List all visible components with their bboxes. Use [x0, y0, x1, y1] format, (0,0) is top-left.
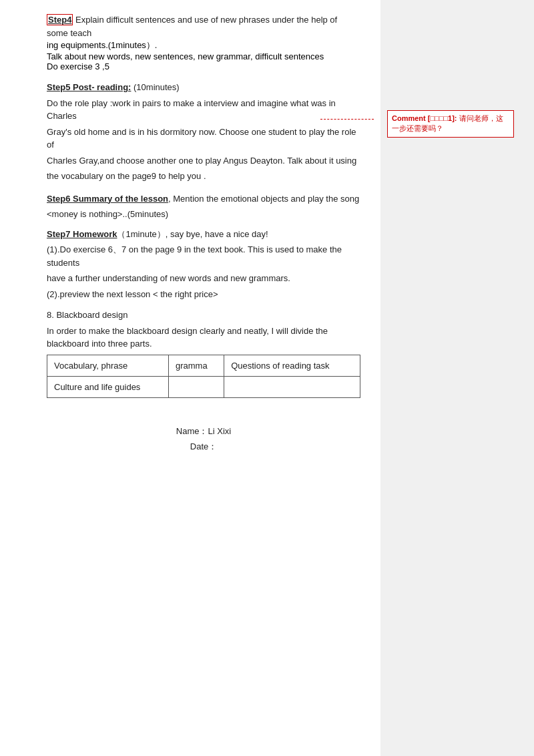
table-cell-r2c1: Culture and life guides	[47, 376, 169, 397]
blackboard-section: 8. Blackboard design In order to make th…	[47, 309, 360, 398]
step4-line4: Do exercise 3 ,5	[47, 61, 109, 71]
connector-line	[320, 119, 374, 120]
table-cell-r2c3	[224, 376, 360, 397]
comment-label: Comment [□□□□1]:	[392, 114, 457, 122]
step6-section: Step6 Summary of the lesson, Mention the…	[47, 192, 360, 221]
step5-line3: Charles Gray,and choose another one to p…	[47, 154, 360, 168]
step5-time: (10minutes)	[131, 82, 179, 92]
step7-heading: Step7 Homework	[47, 229, 117, 239]
blackboard-table: Vocabulary, phrase gramma Questions of r…	[47, 355, 360, 398]
table-row-1: Vocabulary, phrase gramma Questions of r…	[47, 355, 360, 376]
step7-line1: (1).Do exercise 6、7 on the page 9 in the…	[47, 243, 360, 269]
date-label: Date：	[47, 440, 360, 453]
table-cell-r1c2: gramma	[168, 355, 224, 376]
step5-line2: Gray's old home and is in his dormitory …	[47, 126, 360, 152]
name-date-section: Name：Li Xixi Date：	[47, 425, 360, 453]
step4-heading: Step4	[47, 14, 73, 25]
comment-box: Comment [□□□□1]: 请问老师，这一步还需要吗？	[387, 110, 514, 138]
step7-text: （1minute）, say bye, have a nice day!	[117, 229, 268, 239]
table-row-2: Culture and life guides	[47, 376, 360, 397]
step4-line1: Explain difficult sentences and use of n…	[47, 15, 337, 38]
step7-line2: have a further understanding of new word…	[47, 272, 360, 285]
step6-line2: <money is nothing>..(5minutes)	[47, 208, 360, 221]
step4-line3: Talk about new words, new sentences, new…	[47, 51, 324, 61]
step5-heading-line: Step5 Post- reading: (10minutes)	[47, 81, 360, 94]
main-content: Step4 Explain difficult sentences and us…	[0, 0, 380, 756]
table-cell-r1c3: Questions of reading task	[224, 355, 360, 376]
sidebar: Comment [□□□□1]: 请问老师，这一步还需要吗？	[380, 0, 534, 756]
step4-text: Step4 Explain difficult sentences and us…	[47, 14, 337, 38]
step4-section: Step4 Explain difficult sentences and us…	[47, 13, 360, 71]
table-cell-r1c1: Vocabulary, phrase	[47, 355, 169, 376]
step5-heading: Step5 Post- reading:	[47, 82, 131, 92]
step6-text: , Mention the emotional objects and play…	[168, 194, 359, 204]
step6-heading: Step6 Summary of the lesson	[47, 194, 168, 204]
step7-section: Step7 Homework（1minute）, say bye, have a…	[47, 228, 360, 301]
step5-section: Step5 Post- reading: (10minutes) Do the …	[47, 81, 360, 183]
blackboard-intro: In order to make the blackboard design c…	[47, 325, 360, 351]
table-cell-r2c2	[168, 376, 224, 397]
blackboard-heading: 8. Blackboard design	[47, 309, 360, 322]
page-wrapper: Step4 Explain difficult sentences and us…	[0, 0, 534, 756]
step5-line4: the vocabulary on the page9 to help you …	[47, 170, 360, 183]
step4-line2: ing equipments.(1minutes）.	[47, 40, 157, 50]
step7-line3: (2).preview the next lesson < the right …	[47, 288, 360, 301]
step7-heading-line: Step7 Homework（1minute）, say bye, have a…	[47, 228, 360, 241]
step5-line1: Do the role play :work in pairs to make …	[47, 97, 360, 123]
name-label: Name：Li Xixi	[47, 425, 360, 438]
step6-heading-line: Step6 Summary of the lesson, Mention the…	[47, 192, 360, 206]
